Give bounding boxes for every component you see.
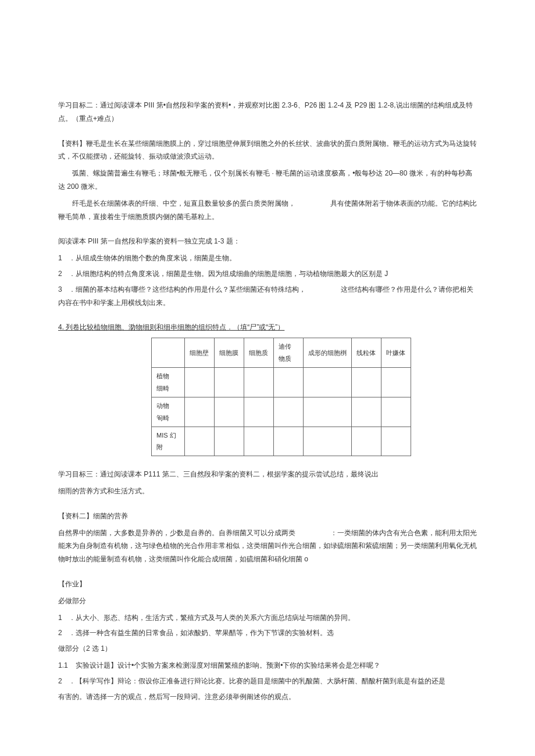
cell [352, 397, 381, 427]
task-2-num: 2 [58, 267, 69, 281]
th-nucleus: 成形的细胞椡 [304, 338, 352, 368]
task-3-num: 3 [58, 283, 69, 296]
goal-2-body: 通过阅读课本 PIII 第•自然段和学案的资料•，并观察对比图 2.3-6、P2… [58, 101, 473, 123]
learning-goal-3: 学习目标三：通过阅读课本 P111 第二、三自然段和学案的资料二，根据学案的提示… [58, 468, 477, 498]
table-row: MIS 幻 附 [152, 427, 411, 456]
cell [381, 367, 411, 397]
material-2-header: 【资料二】细菌的营养 [58, 510, 477, 523]
cell [185, 397, 215, 427]
goal-3-line1: 学习目标三：通过阅读课本 P111 第二、三自然段和学案的资料二，根据学案的提示… [58, 468, 477, 481]
material-2-p1a: 自然界中的细菌，大多数是异养的，少数是自养的。自养细菌又可以分成两类 [58, 529, 295, 537]
cell [274, 397, 304, 427]
homework: 【作业】 必做部分 1．从大小、形态、结构，生活方式，繁殖方式及与人类的关系六方… [58, 578, 477, 703]
homework-optional: 做部分（2 选 1） [58, 642, 477, 655]
material-2-body: 自然界中的细菌，大多数是异养的，少数是自养的。自养细菌又可以分成两类：一类细菌的… [58, 526, 477, 566]
cell [304, 367, 352, 397]
table-row: 植物 细畸 [152, 367, 411, 397]
material-1-p3a: 纤毛是长在细菌体表的纤细、中空，短直且数量较多的蛋白质类附属物， [58, 197, 295, 210]
material-1-label: 【资料】 [58, 139, 86, 148]
cell [244, 427, 274, 456]
material-1-p1-text: 鞭毛是生长在某些细菌细胞膜上的，穿过细胞壁伸展到细胞之外的长丝状、波曲状的蛋白质… [58, 139, 477, 161]
cell [274, 427, 304, 456]
cell [185, 427, 215, 456]
table-header-row: 细胞壁 细胞膜 细胞质 迪传 物质 成形的细胞椡 线粒体 叶嫌体 [152, 338, 411, 368]
task-3a-text: ．细菌的基本结构有哪些？这些结构的作用是什么？某些细菌还有特殊结构， [69, 285, 306, 293]
th-membrane: 细胞膜 [215, 338, 244, 368]
cell [274, 367, 304, 397]
task-3: 3．细菌的基本结构有哪些？这些结构的作用是什么？某些细菌还有特殊结构，这些结构有… [58, 283, 477, 310]
hw2-num: 2 [58, 626, 69, 640]
task-1-num: 1 [58, 252, 69, 265]
opt1-num: 1.1 [58, 659, 76, 672]
opt1-text: 实验设计题】设计•个实验方案来检测湿度对细菌繁殖的影响。预测•下你的实验结果将会… [76, 661, 380, 669]
learning-goal-2: 学习目标二：通过阅读课本 PIII 第•自然段和学案的资料•，并观察对比图 2.… [58, 99, 477, 126]
table-row: 动物 匌畸 [152, 397, 411, 427]
homework-2: 2．选择一种含有益生菌的日常食品，如浓酸奶、苹果醋等，作为下节课的实验材料。选 [58, 626, 477, 640]
goal-3-prefix: 学习目标三： [58, 470, 100, 478]
cell [215, 427, 244, 456]
task-1-text: ．从组成生物体的细胞个数的角度来说，细菌是生物。 [69, 254, 236, 262]
material-1-p1: 【资料】鞭毛是生长在某些细菌细胞膜上的，穿过细胞壁伸展到细胞之外的长丝状、波曲状… [58, 137, 477, 164]
reading-tasks: 阅读课本 PIII 第一自然段和学案的资料一独立完成 1-3 题： 1．从组成生… [58, 235, 477, 309]
opt2-num: 2 [58, 675, 69, 688]
cell [381, 397, 411, 427]
q4-text: 4. 列卷比较植物细胞、泐物细则和细串细胞的组织特点．（填“尸”或“无”） [58, 323, 284, 331]
material-2-title: 细菌的营养 [93, 512, 128, 520]
th-blank [152, 338, 185, 368]
row-animal-label: 动物 匌畸 [152, 397, 185, 427]
goal-2-prefix: 学习目标二： [58, 101, 100, 109]
material-1: 【资料】鞭毛是生长在某些细菌细胞膜上的，穿过细胞壁伸展到细胞之外的长丝状、波曲状… [58, 137, 477, 224]
cell [215, 367, 244, 397]
material-1-p2: 弧菌、螺旋菌普遍生有鞭毛；球菌•般无鞭毛，仅个别属长有鞭毛 · 鞭毛菌的运动速度… [58, 167, 477, 194]
material-2-label: 【资料二】 [58, 512, 93, 520]
tasks-intro: 阅读课本 PIII 第一自然段和学案的资料一独立完成 1-3 题： [58, 235, 477, 248]
cell-compare-table: 细胞壁 细胞膜 细胞质 迪传 物质 成形的细胞椡 线粒体 叶嫌体 植物 细畸 动… [151, 338, 411, 456]
cell [244, 367, 274, 397]
homework-1: 1．从大小、形态、结构，生活方式，繁殖方式及与人类的关系六方面总结病址与细菌的异… [58, 611, 477, 625]
cell [304, 397, 352, 427]
goal-2-text: 学习目标二：通过阅读课本 PIII 第•自然段和学案的资料•，并观察对比图 2.… [58, 99, 477, 126]
th-mito: 线粒体 [352, 338, 381, 368]
material-2: 【资料二】细菌的营养 自然界中的细菌，大多数是异养的，少数是自养的。自养细菌又可… [58, 510, 477, 566]
th-chloro: 叶嫌体 [381, 338, 411, 368]
cell [185, 367, 215, 397]
cell [215, 397, 244, 427]
goal-3-line2: 细雨的营养方式和生活方式。 [58, 485, 477, 498]
row-plant-label: 植物 细畸 [152, 367, 185, 397]
th-genetic: 迪传 物质 [274, 338, 304, 368]
homework-opt-2b: 有害的。请选择一方的观点，然后写一段辩词。注意必须举例阐述你的观点。 [58, 690, 477, 704]
th-cellwall: 细胞壁 [185, 338, 215, 368]
hw1-num: 1 [58, 611, 69, 625]
row-bacteria-label: MIS 幻 附 [152, 427, 185, 456]
th-cytoplasm: 细胞质 [244, 338, 274, 368]
opt2a-text: ．【科学写作】辩论：假设你正准备进行辩论比赛。比赛的题目是细菌中的乳酸菌、大肠杆… [69, 677, 445, 685]
question-4: 4. 列卷比较植物细胞、泐物细则和细串细胞的组织特点．（填“尸”或“无”） 细胞… [58, 321, 477, 456]
cell [244, 397, 274, 427]
homework-label: 【作业】 [58, 578, 477, 591]
cell [381, 427, 411, 456]
homework-opt-2: 2．【科学写作】辩论：假设你正准备进行辩论比赛。比赛的题目是细菌中的乳酸菌、大肠… [58, 675, 477, 688]
homework-opt-1: 1.1实验设计题】设计•个实验方案来检测湿度对细菌繁殖的影响。预测•下你的实验结… [58, 659, 477, 672]
cell [304, 427, 352, 456]
cell [352, 427, 381, 456]
homework-must: 必做部分 [58, 594, 477, 608]
hw1-text: ．从大小、形态、结构，生活方式，繁殖方式及与人类的关系六方面总结病址与细菌的异同… [69, 614, 355, 622]
q4-title: 4. 列卷比较植物细胞、泐物细则和细串细胞的组织特点．（填“尸”或“无”） [58, 321, 477, 334]
cell [352, 367, 381, 397]
task-1: 1．从组成生物体的细胞个数的角度来说，细菌是生物。 [58, 252, 477, 265]
material-1-p3: 纤毛是长在细菌体表的纤细、中空，短直且数量较多的蛋白质类附属物，具有使菌体附若于… [58, 197, 477, 224]
hw2-text: ．选择一种含有益生菌的日常食品，如浓酸奶、苹果醋等，作为下节课的实验材料。选 [69, 629, 334, 637]
task-2: 2．从细胞结构的特点角度来说，细菌是生物。因为组成细曲的细胞是细胞，与动植物细胞… [58, 267, 477, 281]
task-2-text: ．从细胞结构的特点角度来说，细菌是生物。因为组成细曲的细胞是细胞，与动植物细胞最… [69, 270, 388, 278]
goal-3-text: 通过阅读课本 P111 第二、三自然段和学案的资料二，根据学案的提示尝试总结，最… [100, 470, 379, 478]
